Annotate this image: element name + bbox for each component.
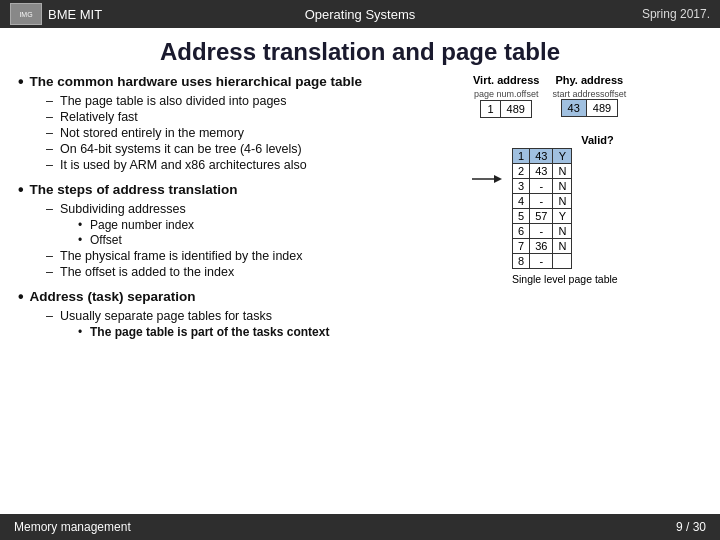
page-table-container: Valid? 1 43 Y 2 43 N 3 - N 4 - N 5 57 bbox=[512, 134, 618, 285]
table-arrow-area bbox=[472, 134, 502, 188]
virt-cell-pagenum: 1 bbox=[481, 101, 500, 117]
list-item: The page table is also divided into page… bbox=[46, 94, 462, 108]
bullet-section-2: The steps of address translation Subdivi… bbox=[18, 182, 462, 279]
bullet-section-1: The common hardware uses hierarchical pa… bbox=[18, 74, 462, 172]
valid-label: Valid? bbox=[512, 134, 618, 146]
right-content: Virt. address page num. offset 1 489 Phy… bbox=[472, 74, 702, 349]
table-cell-valid: Y bbox=[553, 209, 572, 224]
table-cell-valid: N bbox=[553, 239, 572, 254]
table-cell-rownum: 4 bbox=[513, 194, 530, 209]
table-cell-rownum: 8 bbox=[513, 254, 530, 269]
bullet1-sublist: The page table is also divided into page… bbox=[18, 94, 462, 172]
footer-left: Memory management bbox=[14, 520, 131, 534]
list-item: Not stored entirely in the memory bbox=[46, 126, 462, 140]
phy-address-label: Phy. address bbox=[556, 74, 624, 86]
header-date: Spring 2017. bbox=[590, 7, 710, 21]
bullet-main-3: Address (task) separation bbox=[18, 289, 462, 305]
header-bar: IMG BME MIT Operating Systems Spring 201… bbox=[0, 0, 720, 28]
table-cell-value: 43 bbox=[530, 164, 553, 179]
table-cell-value: - bbox=[530, 254, 553, 269]
virt-sublabel-offset: offset bbox=[517, 89, 539, 99]
virt-address-label: Virt. address bbox=[473, 74, 539, 86]
list-item: The offset is added to the index bbox=[46, 265, 462, 279]
list-item: Usually separate page tables for tasks T… bbox=[46, 309, 462, 339]
phy-sublabel-offset: offset bbox=[604, 89, 626, 99]
table-row: 2 43 N bbox=[513, 164, 572, 179]
table-cell-rownum: 6 bbox=[513, 224, 530, 239]
table-cell-valid bbox=[553, 254, 572, 269]
phy-sublabels: start address offset bbox=[550, 89, 628, 99]
left-content: The common hardware uses hierarchical pa… bbox=[18, 74, 462, 349]
list-item: Relatively fast bbox=[46, 110, 462, 124]
table-cell-rownum: 5 bbox=[513, 209, 530, 224]
table-cell-value: - bbox=[530, 194, 553, 209]
table-cell-value: - bbox=[530, 224, 553, 239]
table-cell-valid: Y bbox=[553, 149, 572, 164]
virt-address-block: Virt. address page num. offset 1 489 bbox=[472, 74, 540, 118]
table-cell-value: 36 bbox=[530, 239, 553, 254]
phy-cell-offset: 489 bbox=[587, 100, 617, 116]
table-cell-valid: N bbox=[553, 164, 572, 179]
bullet3-sublist: Usually separate page tables for tasks T… bbox=[18, 309, 462, 339]
table-cell-valid: N bbox=[553, 224, 572, 239]
table-cell-rownum: 2 bbox=[513, 164, 530, 179]
virt-address-row: 1 489 bbox=[480, 100, 531, 118]
logo-area: IMG BME MIT bbox=[10, 3, 130, 25]
arrow-right-icon bbox=[472, 170, 502, 188]
svg-marker-1 bbox=[494, 175, 502, 183]
page-title: Address translation and page table bbox=[0, 28, 720, 74]
table-row: 7 36 N bbox=[513, 239, 572, 254]
phy-address-block: Phy. address start address offset 43 489 bbox=[550, 74, 628, 117]
table-cell-value: 57 bbox=[530, 209, 553, 224]
phy-cell-start: 43 bbox=[562, 100, 587, 116]
table-cell-rownum: 3 bbox=[513, 179, 530, 194]
single-level-label: Single level page table bbox=[512, 273, 618, 285]
address-diagram: Virt. address page num. offset 1 489 Phy… bbox=[472, 74, 702, 118]
bullet-main-2: The steps of address translation bbox=[18, 182, 462, 198]
list-item: On 64-bit systems it can be tree (4-6 le… bbox=[46, 142, 462, 156]
bullet-section-3: Address (task) separation Usually separa… bbox=[18, 289, 462, 339]
virt-cell-offset: 489 bbox=[501, 101, 531, 117]
table-row: 1 43 Y bbox=[513, 149, 572, 164]
bullet2-subsublist: Page number index Offset bbox=[60, 218, 462, 247]
table-row: 6 - N bbox=[513, 224, 572, 239]
bullet3-subsublist: The page table is part of the tasks cont… bbox=[60, 325, 462, 339]
header-org-label: BME MIT bbox=[48, 7, 102, 22]
table-row: 8 - bbox=[513, 254, 572, 269]
header-center-title: Operating Systems bbox=[130, 7, 590, 22]
table-cell-valid: N bbox=[553, 179, 572, 194]
table-row: 3 - N bbox=[513, 179, 572, 194]
phy-address-row: 43 489 bbox=[561, 99, 619, 117]
footer-bar: Memory management 9 / 30 bbox=[0, 514, 720, 540]
table-cell-rownum: 1 bbox=[513, 149, 530, 164]
logo-image: IMG bbox=[10, 3, 42, 25]
table-cell-value: - bbox=[530, 179, 553, 194]
virt-sublabels: page num. offset bbox=[472, 89, 540, 99]
table-row: 5 57 Y bbox=[513, 209, 572, 224]
list-item: Offset bbox=[76, 233, 462, 247]
table-row: 4 - N bbox=[513, 194, 572, 209]
page-table: 1 43 Y 2 43 N 3 - N 4 - N 5 57 Y 6 - N 7… bbox=[512, 148, 572, 269]
virt-sublabel-pagenum: page num. bbox=[474, 89, 517, 99]
page-table-section: Valid? 1 43 Y 2 43 N 3 - N 4 - N 5 57 bbox=[472, 134, 702, 285]
list-item: The page table is part of the tasks cont… bbox=[76, 325, 462, 339]
main-content: The common hardware uses hierarchical pa… bbox=[0, 74, 720, 349]
phy-sublabel-start: start address bbox=[552, 89, 604, 99]
list-item: Page number index bbox=[76, 218, 462, 232]
list-item: Subdividing addresses Page number index … bbox=[46, 202, 462, 247]
footer-right: 9 / 30 bbox=[676, 520, 706, 534]
list-item: The physical frame is identified by the … bbox=[46, 249, 462, 263]
table-cell-valid: N bbox=[553, 194, 572, 209]
bullet2-sublist: Subdividing addresses Page number index … bbox=[18, 202, 462, 279]
bullet-main-1: The common hardware uses hierarchical pa… bbox=[18, 74, 462, 90]
table-cell-value: 43 bbox=[530, 149, 553, 164]
table-cell-rownum: 7 bbox=[513, 239, 530, 254]
list-item: It is used by ARM and x86 architectures … bbox=[46, 158, 462, 172]
